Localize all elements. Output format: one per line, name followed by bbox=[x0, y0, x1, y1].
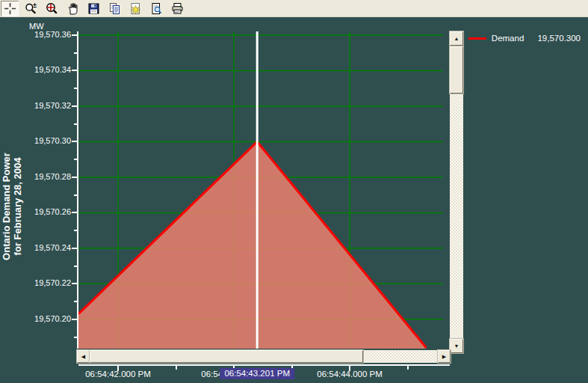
demand-area-fill bbox=[78, 141, 426, 349]
y-major-tick bbox=[72, 34, 78, 36]
y-minor-tick bbox=[74, 194, 78, 196]
cursor-legend: Demand 19,570.300 bbox=[468, 34, 581, 43]
legend-series-swatch bbox=[468, 37, 486, 40]
x-tick-label: 06:54:44.000 PM bbox=[294, 370, 406, 379]
zoom-crosshair-tool-button[interactable] bbox=[43, 1, 61, 16]
chart-axis-title-line1: Ontario Demand Power bbox=[1, 117, 12, 296]
chart-axis-title-line2: for February 28, 2004 bbox=[12, 117, 23, 296]
plot-svg[interactable] bbox=[78, 31, 444, 349]
vertical-scrollbar-thumb[interactable] bbox=[450, 46, 463, 94]
y-tick-label: 19,570.22 bbox=[34, 278, 71, 287]
scroll-down-button[interactable]: ▼ bbox=[450, 339, 463, 353]
x-axis-line bbox=[78, 364, 450, 366]
copy-button[interactable] bbox=[105, 1, 123, 16]
arrow-down-icon: ▼ bbox=[454, 343, 459, 349]
copy-pages-icon bbox=[108, 2, 121, 15]
y-major-tick bbox=[72, 177, 78, 178]
hand-icon bbox=[66, 2, 79, 15]
y-minor-tick bbox=[74, 230, 78, 231]
y-major-tick bbox=[72, 141, 78, 142]
y-tick-label: 19,570.28 bbox=[34, 172, 71, 181]
y-major-tick bbox=[72, 105, 78, 107]
crosshair-icon bbox=[4, 2, 16, 15]
arrow-left-icon: ◀ bbox=[81, 354, 85, 359]
scroll-up-button[interactable]: ▲ bbox=[450, 31, 463, 46]
y-tick-label: 19,570.36 bbox=[34, 30, 71, 39]
legend-cursor-value: 19,570.300 bbox=[537, 34, 581, 43]
floppy-disk-icon bbox=[87, 2, 100, 15]
print-preview-button[interactable] bbox=[147, 1, 165, 16]
scroll-left-button[interactable]: ◀ bbox=[77, 350, 90, 363]
cursor-tool-button[interactable] bbox=[1, 1, 19, 16]
vertical-scrollbar: ▲ ▼ bbox=[450, 31, 463, 353]
y-minor-tick bbox=[74, 266, 78, 267]
y-tick-label: 19,570.32 bbox=[34, 101, 71, 110]
horizontal-scrollbar: ◀ ▶ bbox=[77, 350, 451, 363]
svg-text:±: ± bbox=[33, 2, 37, 9]
x-minor-tick bbox=[176, 366, 177, 370]
y-tick-label: 19,570.20 bbox=[34, 314, 71, 323]
save-button[interactable] bbox=[84, 1, 102, 16]
y-tick-label: 19,570.30 bbox=[34, 136, 71, 145]
y-minor-tick bbox=[74, 123, 78, 125]
y-minor-tick bbox=[74, 301, 78, 302]
y-minor-tick bbox=[74, 88, 78, 89]
cursor-time-readout: 06:54:43.201 PM bbox=[220, 368, 294, 379]
export-image-button[interactable] bbox=[126, 1, 144, 16]
legend-series-label: Demand bbox=[492, 34, 538, 43]
y-minor-tick bbox=[74, 159, 78, 160]
y-tick-label: 19,570.24 bbox=[34, 243, 71, 252]
magnifier-zoom-icon: ± bbox=[25, 2, 37, 15]
y-minor-tick bbox=[74, 52, 78, 54]
toolbar: ± bbox=[0, 0, 588, 17]
scroll-right-button[interactable]: ▶ bbox=[438, 350, 451, 363]
pan-tool-button[interactable] bbox=[64, 1, 81, 16]
magnifier-crosshair-icon bbox=[46, 2, 58, 15]
y-major-tick bbox=[72, 248, 78, 249]
y-tick-label: 19,570.26 bbox=[34, 207, 71, 216]
y-major-tick bbox=[72, 283, 78, 284]
zoom-tool-button[interactable]: ± bbox=[22, 1, 40, 16]
arrow-up-icon: ▲ bbox=[454, 36, 459, 41]
arrow-right-icon: ▶ bbox=[442, 354, 446, 359]
chart-axis-title: Ontario Demand Power for February 28, 20… bbox=[1, 117, 25, 296]
y-minor-tick bbox=[74, 337, 78, 338]
y-major-tick bbox=[72, 319, 78, 320]
x-tick-label: 06:54:42.000 PM bbox=[62, 370, 174, 379]
x-minor-tick bbox=[407, 366, 409, 370]
y-major-tick bbox=[72, 212, 78, 213]
y-tick-label: 19,570.34 bbox=[34, 65, 71, 74]
print-button[interactable] bbox=[168, 1, 186, 16]
horizontal-scrollbar-thumb[interactable] bbox=[90, 350, 363, 363]
page-starburst-icon bbox=[129, 2, 142, 15]
y-major-tick bbox=[72, 70, 78, 71]
printer-icon bbox=[171, 2, 184, 15]
page-magnifier-icon bbox=[150, 2, 163, 15]
